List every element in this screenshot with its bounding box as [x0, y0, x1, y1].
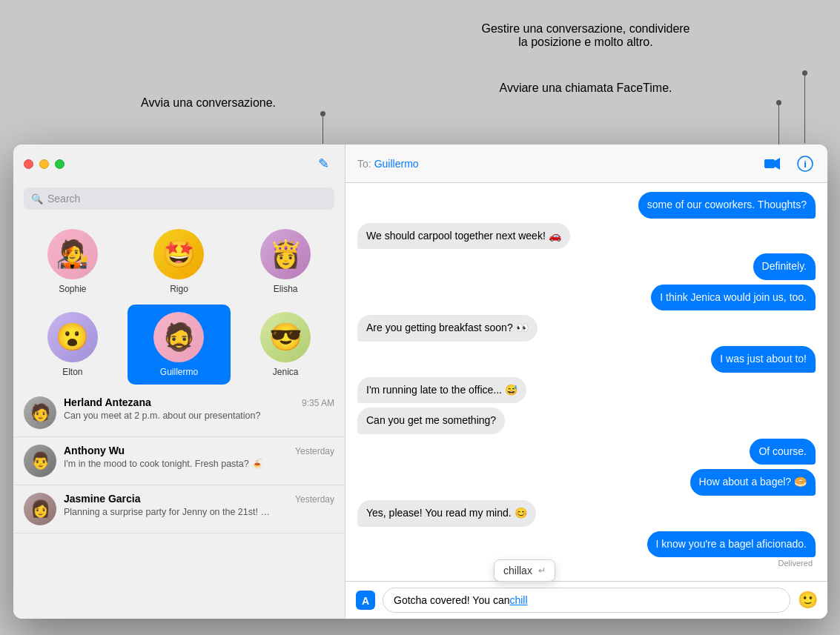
traffic-lights	[24, 159, 65, 169]
annotation-line-3	[778, 102, 779, 147]
messages-area: some of our coworkers. Thoughts? We shou…	[345, 183, 827, 581]
svg-rect-0	[764, 159, 775, 168]
avatar-rigo: 🤩	[153, 229, 204, 279]
search-placeholder: Search	[47, 193, 80, 205]
avatar-sophie: 🧑‍🎤	[47, 229, 98, 279]
minimize-button[interactable]	[39, 159, 49, 169]
message-input-highlight: chill	[509, 594, 527, 606]
conv-content-jasmine: Jasmine Garcia Yesterday Planning a surp…	[64, 493, 334, 519]
pinned-contact-sophie[interactable]: 🧑‍🎤 Sophie	[21, 222, 125, 302]
message-bubble: I was just about to!	[711, 346, 816, 373]
message-row: Are you getting breakfast soon? 👀	[357, 315, 816, 342]
pinned-contacts: 🧑‍🎤 Sophie 🤩 Rigo 👸 Elisha	[13, 217, 345, 389]
message-input-text: Gotcha covered! You can	[394, 594, 509, 606]
chat-panel: To: Guillermo i so	[345, 144, 827, 619]
message-input-field[interactable]: Gotcha covered! You can chill	[383, 588, 790, 613]
conv-name-anthony: Anthony Wu	[64, 445, 125, 456]
message-bubble: I'm running late to the office... 😅	[357, 377, 526, 404]
message-row: I'm running late to the office... 😅	[357, 377, 816, 404]
annotation-line-1	[323, 113, 323, 144]
chat-header: To: Guillermo i	[345, 144, 827, 183]
conversation-item-herland[interactable]: 🧑 Herland Antezana 9:35 AM Can you meet …	[13, 389, 345, 437]
svg-text:i: i	[804, 159, 807, 170]
chat-recipient[interactable]: Guillermo	[374, 158, 419, 170]
conversation-item-jasmine[interactable]: 👩 Jasmine Garcia Yesterday Planning a su…	[13, 485, 345, 533]
message-row: Of course.	[357, 439, 816, 465]
autocomplete-word: chillax	[503, 565, 532, 576]
contact-name-rigo: Rigo	[170, 284, 188, 294]
search-icon: 🔍	[31, 193, 43, 205]
contact-name-jenica: Jenica	[273, 367, 299, 377]
annotation-line-2	[804, 72, 805, 143]
facetime-button[interactable]	[762, 153, 783, 174]
info-button[interactable]: i	[795, 153, 816, 174]
avatar-elton: 😮	[47, 312, 98, 362]
maximize-button[interactable]	[55, 159, 65, 169]
message-bubble: Can you get me something?	[357, 408, 505, 434]
conversation-item-anthony[interactable]: 👨 Anthony Wu Yesterday I'm in the mood t…	[13, 437, 345, 485]
conversation-list: 🧑 Herland Antezana 9:35 AM Can you meet …	[13, 389, 345, 619]
emoji-icon: 🙂	[798, 591, 818, 610]
svg-text:A: A	[362, 595, 369, 607]
app-store-icon: A	[356, 591, 375, 610]
annotation-start-conversation: Avvia una conversazione.	[141, 96, 276, 110]
message-row: I think Jenica would join us, too.	[357, 285, 816, 311]
input-area: A Gotcha covered! You can chill 🙂 chilla…	[345, 581, 827, 619]
message-bubble: Are you getting breakfast soon? 👀	[357, 315, 538, 342]
annotation-manage-conversation: Gestire una conversazione, condividere l…	[437, 22, 734, 49]
message-row: I was just about to!	[357, 346, 816, 373]
annotation-dot-2	[802, 70, 807, 76]
message-row: Can you get me something?	[357, 408, 816, 434]
emoji-button[interactable]: 🙂	[796, 589, 818, 611]
compose-button[interactable]: ✎	[312, 153, 334, 175]
conv-name-herland: Herland Antezana	[64, 396, 151, 408]
chat-to-label: To:	[357, 158, 371, 170]
message-bubble: Of course.	[750, 439, 816, 465]
conv-preview-jasmine: Planning a surprise party for Jenny on t…	[64, 506, 271, 519]
search-bar[interactable]: 🔍 Search	[24, 187, 334, 210]
delivered-label: Delivered	[778, 559, 816, 568]
video-icon	[764, 158, 781, 170]
conv-name-jasmine: Jasmine Garcia	[64, 493, 141, 505]
autocomplete-suggestion[interactable]: chillax ↵	[494, 559, 555, 582]
avatar-elisha: 👸	[260, 229, 311, 279]
info-icon: i	[797, 156, 813, 172]
contact-name-sophie: Sophie	[59, 284, 86, 294]
avatar-anthony: 👨	[24, 445, 56, 477]
message-bubble: I think Jenica would join us, too.	[651, 285, 816, 311]
svg-marker-1	[775, 158, 780, 170]
chat-header-actions: i	[762, 153, 816, 174]
conv-preview-herland: Can you meet at 2 p.m. about our present…	[64, 410, 271, 422]
conv-time-jasmine: Yesterday	[295, 494, 334, 505]
avatar-jenica: 😎	[260, 312, 311, 362]
message-row: Definitely.	[357, 253, 816, 280]
pinned-contact-guillermo[interactable]: 🧔 Guillermo	[128, 305, 231, 385]
last-message-group: I know you're a bagel aficionado. Delive…	[357, 531, 816, 568]
message-bubble: How about a bagel? 🥯	[690, 469, 816, 496]
message-row: I know you're a bagel aficionado.	[357, 531, 816, 558]
close-button[interactable]	[24, 159, 33, 169]
pinned-contact-jenica[interactable]: 😎 Jenica	[234, 305, 337, 385]
message-bubble: some of our coworkers. Thoughts?	[638, 192, 816, 219]
pinned-contact-elisha[interactable]: 👸 Elisha	[234, 222, 337, 302]
annotation-dot-1	[320, 111, 325, 116]
message-bubble: Definitely.	[753, 253, 816, 280]
pinned-contact-rigo[interactable]: 🤩 Rigo	[128, 222, 231, 302]
message-row: some of our coworkers. Thoughts?	[357, 192, 816, 219]
contact-name-guillermo: Guillermo	[160, 367, 198, 377]
autocomplete-arrow: ↵	[538, 565, 546, 576]
contact-name-elisha: Elisha	[274, 284, 298, 294]
compose-icon: ✎	[318, 156, 329, 172]
annotation-dot-3	[776, 100, 781, 105]
contact-name-elton: Elton	[62, 367, 82, 377]
message-row: We should carpool together next week! 🚗	[357, 223, 816, 250]
conv-content-anthony: Anthony Wu Yesterday I'm in the mood to …	[64, 445, 334, 471]
sidebar: ✎ 🔍 Search 🧑‍🎤 Sophie 🤩 Rigo	[13, 144, 345, 619]
message-row: How about a bagel? 🥯	[357, 469, 816, 496]
app-store-button[interactable]: A	[354, 589, 377, 611]
pinned-contact-elton[interactable]: 😮 Elton	[21, 305, 125, 385]
main-window: ✎ 🔍 Search 🧑‍🎤 Sophie 🤩 Rigo	[13, 144, 827, 619]
annotation-facetime: Avviare una chiamata FaceTime.	[452, 82, 719, 95]
conv-time-herland: 9:35 AM	[302, 398, 334, 408]
message-bubble: Yes, please! You read my mind. 😊	[357, 500, 536, 527]
